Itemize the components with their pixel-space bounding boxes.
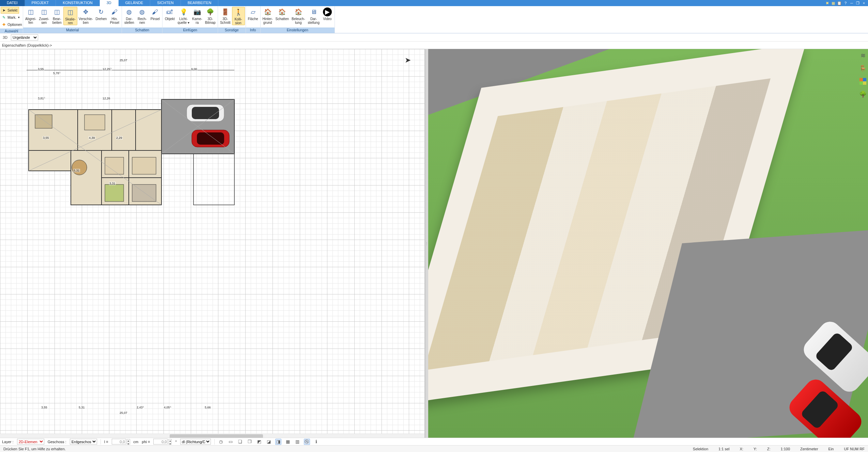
l-spinner[interactable]: ▲▼	[127, 439, 130, 445]
darstellen-button[interactable]: ◍Dar- stellen	[123, 7, 136, 25]
beleuchtung-button[interactable]: 🏠Beleuch- tung	[290, 7, 306, 25]
kollision-label: Kolli- sion	[234, 17, 242, 25]
tab-gelaende[interactable]: GELÄNDE	[119, 0, 151, 6]
shade-icon[interactable]: ▦	[285, 439, 291, 445]
restore-icon[interactable]: ❐	[855, 1, 861, 5]
ribbon-group-info: ▱FlächeInfo	[246, 6, 261, 33]
tab-konstruktion[interactable]: KONSTRUKTION	[56, 0, 99, 6]
layer-select[interactable]: 2D-Elemen	[17, 439, 44, 445]
properties-hint-bar[interactable]: Eigenschaften (Doppelklick)->	[0, 42, 868, 49]
hinpinsel-button[interactable]: 🖌Hin. Pinsel	[108, 7, 121, 25]
dim-r2: 4,39	[89, 136, 95, 140]
rechnen-icon: ◍	[138, 7, 146, 16]
skalieren-icon: ◫	[66, 8, 75, 17]
chair-icon[interactable]: 🪑	[859, 65, 867, 72]
dl-select[interactable]: dl (Richtung/Di	[180, 439, 211, 445]
tab-datei[interactable]: DATEI	[0, 0, 25, 6]
darstellung-button[interactable]: 🖥Dar- stellung	[307, 7, 321, 25]
svg-rect-5	[193, 154, 234, 205]
phi-spinner[interactable]: ▲▼	[168, 439, 172, 445]
geschoss-select[interactable]: Erdgeschos	[70, 439, 97, 445]
group-label: Einfügen	[162, 28, 218, 33]
tab-projekt[interactable]: PROJEKT	[25, 0, 56, 6]
flaeche-button[interactable]: ▱Fläche	[247, 7, 260, 21]
schatten-icon: 🏠	[278, 7, 286, 16]
diag1-icon[interactable]: ◩	[256, 439, 262, 445]
clock-icon[interactable]: ◷	[218, 439, 224, 445]
grid-icon[interactable]: ▥	[294, 439, 300, 445]
l-label: l =	[104, 440, 108, 444]
pane-3d-view[interactable]: ≋ 🪑 🌳	[428, 49, 868, 438]
dim-t1b: 5,78⁵	[53, 71, 61, 75]
status-unit: Zentimeter	[798, 447, 820, 451]
layer-icon[interactable]: ◨	[275, 439, 281, 445]
stack1-icon[interactable]: ❏	[237, 439, 243, 445]
kollision-button[interactable]: 🚶Kolli- sion	[232, 7, 245, 25]
palette-icon[interactable]	[859, 78, 867, 85]
verschieben-button[interactable]: ✥Verschie- ben	[77, 7, 94, 25]
info-icon[interactable]: ℹ	[313, 439, 320, 445]
drehen-button[interactable]: ↻Drehen	[94, 7, 108, 21]
layers-icon[interactable]: ≋	[859, 52, 867, 59]
objekt-icon: 🛋	[165, 7, 174, 16]
rechnen-button[interactable]: ◍Rech- nen	[136, 7, 149, 25]
scene-3d	[428, 49, 868, 438]
selekt-button[interactable]: ➤ Selekt	[1, 7, 19, 14]
svg-rect-20	[105, 157, 124, 174]
hintergrund-button[interactable]: 🏠Hinter- grund	[261, 7, 274, 25]
group-label: Sonstige	[218, 28, 246, 33]
pinsel-button[interactable]: 🖌Pinsel	[149, 7, 161, 21]
schatten-label: Schatten	[276, 17, 289, 21]
dim-r5: 3,31	[109, 182, 116, 185]
hinpinsel-label: Hin. Pinsel	[110, 17, 119, 25]
skalieren-button[interactable]: ◫Skalie- ren	[63, 7, 77, 25]
plan-svg	[3, 59, 241, 249]
view-select[interactable]: Urgelände	[11, 34, 38, 41]
zuweisen-button[interactable]: ◫Zuwei- sen	[37, 7, 50, 25]
dim-b3-3: 2,43⁵	[136, 406, 144, 409]
svg-rect-17	[84, 115, 105, 130]
status-help: Drücken Sie F1, um Hilfe zu erhalten.	[1, 447, 68, 451]
l-input[interactable]	[112, 439, 126, 445]
dim-total-bottom: 25,07	[119, 411, 128, 415]
phi-input[interactable]	[153, 439, 168, 445]
bearbeiten-button[interactable]: ◫Bear- beiten	[50, 7, 63, 25]
diag2-icon[interactable]: ◪	[266, 439, 272, 445]
tree-icon[interactable]: 🌳	[859, 91, 867, 98]
status-bar: Drücken Sie F1, um Hilfe zu erhalten. Se…	[0, 445, 868, 452]
mark-button[interactable]: ✎ Mark. ▼	[1, 14, 22, 21]
hintergrund-label: Hinter- grund	[263, 17, 273, 25]
box-icon[interactable]: ▦	[831, 1, 836, 5]
help-icon[interactable]: ?	[843, 1, 848, 5]
tab-3d[interactable]: 3D	[100, 0, 119, 6]
north-icon[interactable]: Ⓝ	[304, 439, 310, 445]
beleuchtung-label: Beleuch- tung	[292, 17, 305, 25]
clipboard-icon[interactable]: 📋	[837, 1, 842, 5]
rechnen-label: Rech- nen	[138, 17, 147, 25]
tab-bearbeiten[interactable]: BEARBEITEN	[181, 0, 219, 6]
lichtquelle-label: Licht- quelle ▾	[177, 17, 189, 25]
optionen-button[interactable]: ✚ Optionen	[1, 21, 24, 28]
tab-sichten[interactable]: SICHTEN	[150, 0, 181, 6]
properties-hint-text: Eigenschaften (Doppelklick)->	[2, 43, 52, 47]
bitmap3d-button[interactable]: 🌳3D- Bitmap	[204, 7, 217, 25]
pane-2d-plan[interactable]: ➤	[0, 49, 425, 438]
video-button[interactable]: ▶Video	[321, 7, 334, 21]
ribbon-group-auswahl: ➤ Selekt ✎ Mark. ▼ ✚ Optionen Auswahl	[0, 6, 23, 33]
cursor-icon: ➤	[2, 8, 6, 12]
screen-icon[interactable]: ▭	[228, 439, 234, 445]
pinsel-label: Pinsel	[151, 17, 160, 21]
pane-splitter[interactable]: ⋮	[425, 49, 428, 438]
abgreifen-button[interactable]: ◫Abgrei- fen	[24, 7, 37, 25]
dim-r1: 3,55	[43, 136, 49, 140]
kamera-button[interactable]: 📷Kame- ra	[191, 7, 204, 25]
close-icon[interactable]: ×	[861, 1, 867, 5]
stack2-icon[interactable]: ❐	[247, 439, 253, 445]
schatten-button[interactable]: 🏠Schatten	[274, 7, 290, 21]
minimize-icon[interactable]: ─	[849, 1, 854, 5]
lichtquelle-button[interactable]: 💡Licht- quelle ▾	[176, 7, 190, 25]
wrench-icon[interactable]: ✖	[824, 1, 830, 5]
objekt-button[interactable]: 🛋Objekt	[163, 7, 176, 21]
zuweisen-label: Zuwei- sen	[39, 17, 49, 25]
schnitt3d-button[interactable]: 🚪3D- Schnitt	[219, 7, 232, 25]
